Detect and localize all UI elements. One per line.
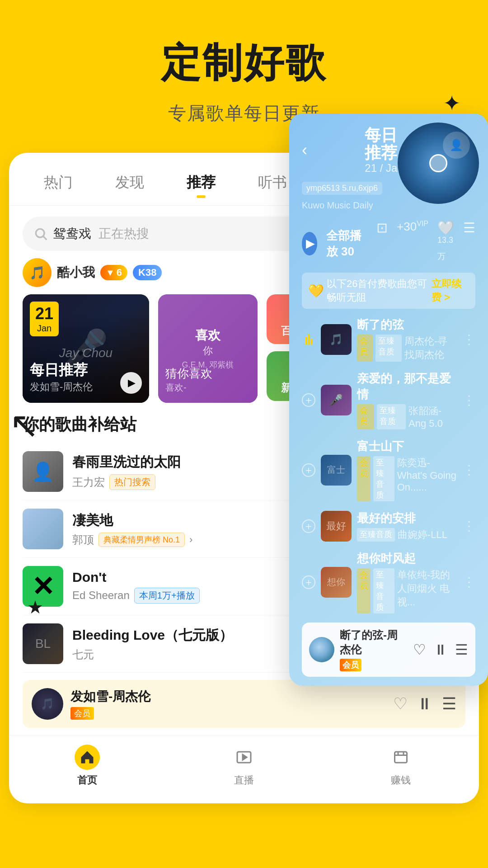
more-button-4[interactable]: ⋮	[463, 519, 475, 533]
play-all-button[interactable]: ▶	[302, 232, 317, 255]
add-icon-4[interactable]: ＋	[302, 576, 315, 589]
vip-level: 6	[117, 267, 122, 278]
svg-line-1	[43, 236, 47, 240]
list-ctrl-icon[interactable]: ☰	[455, 641, 468, 658]
live-icon	[231, 745, 257, 770]
now-playing-controls: ♡ ⏸ ☰	[393, 694, 456, 713]
add-icon-3[interactable]: ＋	[302, 519, 315, 533]
k-level: K38	[138, 267, 156, 278]
play-icon: ▶	[306, 236, 315, 250]
more-button-3[interactable]: ⋮	[463, 462, 475, 477]
home-icon	[75, 745, 100, 770]
svg-point-0	[36, 229, 44, 237]
mini-song-tags-2: 会员 至臻音质 张韶涵-Ang 5.0	[357, 404, 457, 429]
vip-tag-3: 会员	[357, 456, 371, 501]
mini-song-tags-1: 会员 至臻音质 周杰伦-寻找周杰伦	[357, 335, 457, 362]
mini-song-name-4: 最好的安排	[357, 510, 457, 526]
heart-icon[interactable]: ♡	[393, 694, 408, 713]
mini-song-info-3: 富士山下 会员 至臻音质 陈奕迅-What's Going On......	[357, 439, 457, 501]
mini-song-name-5: 想你时风起	[357, 551, 457, 566]
pause-ctrl-icon[interactable]: ⏸	[433, 642, 448, 658]
song-cover-2	[23, 509, 63, 549]
page-title: 定制好歌	[161, 36, 327, 90]
mini-song-name-2: 亲爱的，那不是爱情	[357, 371, 457, 402]
heart-count-icon[interactable]: 🤍13.3万	[437, 220, 454, 267]
user-name: 酷小我	[57, 264, 95, 281]
add-icon-2[interactable]: ＋	[302, 463, 315, 477]
nowplay-cover	[309, 637, 334, 662]
mini-song-info-1: 断了的弦 会员 至臻音质 周杰伦-寻找周杰伦	[357, 317, 457, 362]
pause-icon[interactable]: ⏸	[417, 694, 433, 713]
earn-label: 赚钱	[391, 774, 411, 787]
mini-song-item-2[interactable]: ＋ 🎤 亲爱的，那不是爱情 会员 至臻音质 张韶涵-Ang 5.0 ⋮	[302, 366, 475, 434]
song-tag-3: 本周1万+播放	[134, 588, 200, 604]
bottom-nav-earn[interactable]: 赚钱	[388, 745, 413, 787]
screenshot-icon[interactable]: ⊡	[376, 220, 388, 267]
mini-song-cover-1: 🎵	[321, 324, 352, 355]
bottom-nav-home[interactable]: 首页	[75, 745, 100, 787]
mini-player-disc: 👤	[398, 123, 479, 204]
renew-button[interactable]: 立即续费 >	[432, 277, 469, 304]
mini-player-title-1: 每日	[365, 126, 403, 144]
tab-discover[interactable]: 发现	[113, 169, 146, 196]
main-card-container: 热门 发现 推荐 听书 儿童 看短剧 鸳鸯戏 正在热搜	[9, 153, 479, 821]
mini-song-artist-1: 周杰伦-寻找周杰伦	[404, 335, 457, 362]
play-button-small[interactable]: ▶	[120, 372, 142, 394]
now-playing-cover: 🎵	[32, 688, 63, 720]
mini-song-item-5[interactable]: ＋ 想你 想你时风起 会员 至臻音质 单依纯-我的人间烟火 电视... ⋮	[302, 546, 475, 618]
bottom-nav-live[interactable]: 直播	[231, 745, 257, 787]
user-left: 🎵 酷小我 ▼ 6 K38	[23, 258, 162, 287]
mini-song-info-2: 亲爱的，那不是爱情 会员 至臻音质 张韶涵-Ang 5.0	[357, 371, 457, 429]
more-button-1[interactable]: ⋮	[463, 332, 475, 347]
heart-ctrl-icon[interactable]: ♡	[413, 641, 426, 658]
mini-player-song-list: 🎵 断了的弦 会员 至臻音质 周杰伦-寻找周杰伦 ⋮ ＋ 🎤	[302, 312, 475, 618]
svg-rect-10	[394, 752, 407, 763]
mini-playing-vip-tag: 会员	[340, 659, 361, 671]
mini-song-tags-5: 会员 至臻音质 单依纯-我的人间烟火 电视...	[357, 568, 457, 613]
mini-song-cover-4: 最好	[321, 511, 352, 542]
jay-cover: 🎵	[32, 688, 63, 720]
mini-song-artist-2: 张韶涵-Ang 5.0	[408, 404, 457, 429]
banner-daily-recommend[interactable]: 🎤 Jay Chou 21 Jan 每日推荐 发如雪-周杰伦 ▶	[23, 294, 149, 403]
mini-song-artist-5: 单依纯-我的人间烟火 电视...	[397, 568, 457, 613]
song-tag-1: 热门搜索	[109, 474, 155, 490]
now-playing-bar[interactable]: 🎵 发如雪-周杰伦 会员 ♡ ⏸ ☰	[23, 680, 465, 728]
more-button-5[interactable]: ⋮	[463, 575, 475, 590]
back-icon[interactable]: ‹	[302, 141, 307, 160]
vip-plus-icon[interactable]: +30VIP	[397, 220, 428, 267]
search-icon	[33, 226, 48, 241]
home-label: 首页	[77, 774, 97, 787]
mini-song-item-3[interactable]: ＋ 富士 富士山下 会员 至臻音质 陈奕迅-What's Going On...…	[302, 434, 475, 506]
song-artist-1: 王力宏	[72, 475, 105, 490]
banner-guess-like[interactable]: 喜欢 你 G.E.M. 邓紫棋 猜你喜欢 喜欢-	[158, 294, 258, 403]
tab-recommend[interactable]: 推荐	[185, 169, 217, 196]
more-button-2[interactable]: ⋮	[463, 393, 475, 408]
mini-player-controls: ▶ 全部播放 30 ⊡ +30VIP 🤍13.3万 ☰	[302, 220, 475, 267]
banner-label: 每日推荐 发如雪-周杰伦	[30, 360, 93, 394]
tab-hot[interactable]: 热门	[42, 169, 75, 196]
mini-song-cover-2: 🎤	[321, 385, 352, 415]
quality-tag-3: 至臻音质	[373, 456, 394, 501]
earn-icon	[388, 745, 413, 770]
playlist-icon[interactable]: ☰	[442, 694, 456, 713]
quality-tag: 至臻音质	[375, 335, 402, 362]
menu-icon[interactable]: ☰	[463, 220, 475, 267]
song-cover-4: BL	[23, 623, 63, 664]
tab-audiobook[interactable]: 听书	[256, 169, 289, 196]
banner-2-label: 猜你喜欢 喜欢-	[165, 366, 250, 394]
mini-playing-cover	[309, 637, 334, 662]
mini-song-item-4[interactable]: ＋ 最好 最好的安排 至臻音质 曲婉婷-LLL ⋮	[302, 506, 475, 546]
vip-tag: 会员	[357, 335, 373, 362]
chevron-icon: ›	[189, 534, 192, 546]
banner-date: 21 Jan	[30, 302, 59, 336]
mini-song-tags-4: 至臻音质 曲婉婷-LLL	[357, 528, 457, 542]
vip-tag-5: 会员	[357, 568, 371, 613]
mini-song-cover-3: 富士	[321, 455, 352, 486]
mini-song-item-1[interactable]: 🎵 断了的弦 会员 至臻音质 周杰伦-寻找周杰伦 ⋮	[302, 312, 475, 366]
song-cover-1: 👤	[23, 451, 63, 492]
quality-tag-5: 至臻音质	[373, 568, 394, 613]
mini-song-artist-4: 曲婉婷-LLL	[398, 528, 447, 542]
quality-tag-2: 至臻音质	[377, 404, 406, 429]
star-decoration-1: ✦	[443, 90, 461, 116]
add-icon-1[interactable]: ＋	[302, 393, 315, 407]
